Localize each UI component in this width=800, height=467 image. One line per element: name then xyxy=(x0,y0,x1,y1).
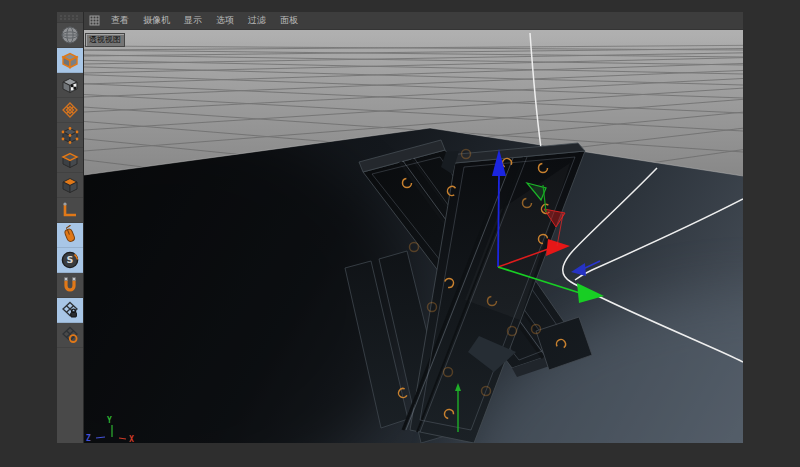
toolbar-item-globe[interactable] xyxy=(57,23,83,48)
svg-text:S: S xyxy=(67,254,74,265)
axis-label-z: Z xyxy=(86,434,91,443)
toolbar-item-edges-mode[interactable] xyxy=(57,148,83,173)
snap-s-icon: S xyxy=(60,250,80,270)
application-window: S xyxy=(0,0,800,467)
menu-display[interactable]: 显示 xyxy=(177,14,209,27)
menu-filter[interactable]: 过滤 xyxy=(241,14,273,27)
drag-handle[interactable] xyxy=(57,12,83,23)
toolbar-item-snap[interactable]: S xyxy=(57,248,83,273)
toolbar-item-magnet[interactable] xyxy=(57,273,83,298)
axis-mode-icon xyxy=(60,200,80,220)
workplane-grid-icon xyxy=(60,100,80,120)
toolbar-item-workplane[interactable] xyxy=(57,98,83,123)
workplane-lock-icon xyxy=(60,300,80,320)
grid-menu-icon[interactable] xyxy=(89,15,100,26)
toolbar-item-points-mode[interactable] xyxy=(57,123,83,148)
left-toolbar: S xyxy=(57,12,84,443)
toolbar-item-workplane-ring[interactable] xyxy=(57,323,83,348)
edges-mode-cube-icon xyxy=(60,150,80,170)
texture-mode-cube-icon xyxy=(60,75,80,95)
model-mode-cube-icon xyxy=(60,50,80,70)
mouse-selection-icon xyxy=(60,225,80,245)
axis-label-y: Y xyxy=(107,416,112,425)
toolbar-item-workplane-lock[interactable] xyxy=(57,298,83,323)
polygons-mode-cube-icon xyxy=(60,175,80,195)
magnet-icon xyxy=(60,275,80,295)
globe-nav-icon xyxy=(60,25,80,45)
viewport-menubar: 查看 摄像机 显示 选项 过滤 面板 xyxy=(84,12,743,30)
toolbar-item-texture-mode[interactable] xyxy=(57,73,83,98)
toolbar-item-axis-mode[interactable] xyxy=(57,198,83,223)
menu-options[interactable]: 选项 xyxy=(209,14,241,27)
axis-label-x: X xyxy=(129,435,134,443)
menu-view[interactable]: 查看 xyxy=(104,14,136,27)
menu-cameras[interactable]: 摄像机 xyxy=(136,14,177,27)
viewport-3d[interactable]: Y Z X 透视视图 xyxy=(84,30,743,443)
toolbar-item-mouse-select[interactable] xyxy=(57,223,83,248)
toolbar-item-polygons-mode[interactable] xyxy=(57,173,83,198)
workplane-ring-icon xyxy=(60,325,80,345)
viewport-label[interactable]: 透视视图 xyxy=(85,33,125,47)
points-mode-cube-icon xyxy=(60,125,80,145)
grip-dots-icon xyxy=(59,14,81,21)
toolbar-item-model-mode[interactable] xyxy=(57,48,83,73)
menu-panel[interactable]: 面板 xyxy=(273,14,305,27)
